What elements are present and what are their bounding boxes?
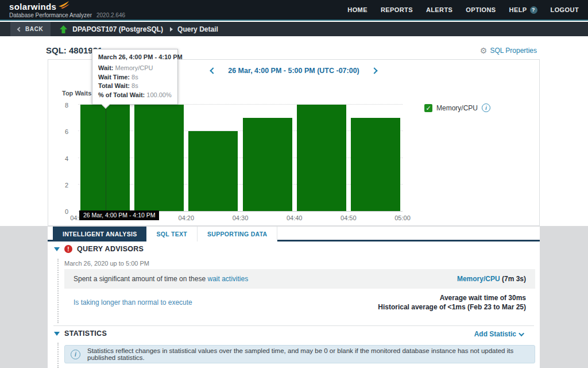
x-tick-04:40: 04:40 [287, 214, 303, 221]
legend-label: Memory/CPU [436, 104, 478, 112]
advisors-timeframe: March 26, 2020 up to 5:00 PM [64, 260, 149, 267]
wait-activities-link[interactable]: wait activities [207, 275, 248, 283]
gear-icon: ⚙ [480, 47, 488, 55]
y-axis-labels: 02468 [48, 105, 74, 212]
statistics-title: STATISTICS [64, 329, 107, 338]
x-tick-05:00: 05:00 [394, 214, 411, 221]
tooltip-row-label: % of Total Wait: [98, 91, 146, 98]
tab-supporting-data[interactable]: SUPPORTING DATA [198, 227, 277, 241]
add-statistic-label: Add Statistic [474, 330, 516, 338]
hover-crosshair-line [106, 98, 106, 212]
product-version: 2020.2.646 [96, 12, 125, 18]
analysis-card: INTELLIGENT ANALYSISSQL TEXTSUPPORTING D… [48, 227, 540, 368]
bar-4:40-4:50 PM[interactable] [297, 105, 346, 211]
tab-sql-text[interactable]: SQL TEXT [146, 227, 198, 241]
tooltip-row-label: Wait Time: [98, 74, 131, 80]
tooltip-row-value: 8s [131, 74, 138, 80]
tooltip-title: March 26, 4:00 PM - 4:10 PM [98, 53, 172, 60]
legend-info-icon[interactable]: i [482, 103, 490, 112]
legend-checkbox[interactable]: ✓ [424, 104, 432, 112]
advisor2-historical: Historical average of <1ms (Feb 23 to Ma… [378, 302, 526, 312]
breadcrumb-bar: BACK DPAPOST107 (PostgreSQL) Query Detai… [0, 22, 588, 36]
tooltip-row-label: Total Wait: [98, 82, 131, 89]
advisor2-average: Average wait time of 30ms [378, 293, 526, 302]
bar-chart-plot [78, 105, 403, 212]
tooltip-row-value: 100.00% [146, 91, 171, 98]
section-divider [53, 325, 534, 326]
x-tick-04:50: 04:50 [341, 214, 357, 221]
x-tick-04:30: 04:30 [233, 214, 249, 221]
chevron-left-icon [17, 26, 22, 31]
timeline-dotted-line [57, 259, 59, 323]
tab-intelligent-analysis[interactable]: INTELLIGENT ANALYSIS [53, 227, 146, 241]
next-period-button[interactable] [371, 67, 377, 74]
back-button[interactable]: BACK [10, 22, 51, 36]
y-tick-2: 2 [48, 182, 74, 189]
collapse-triangle-icon[interactable] [54, 247, 60, 251]
help-badge-icon: ? [530, 6, 537, 14]
tooltip-row: % of Total Wait: 100.00% [98, 91, 172, 100]
query-advisors-title: QUERY ADVISORS [77, 245, 144, 253]
query-advisors-header: ! QUERY ADVISORS [54, 245, 144, 253]
advisor1-text: Spent a significant amount of time on th… [74, 275, 207, 283]
nav-item-logout[interactable]: LOGOUT [551, 6, 579, 13]
tooltip-row-value: Memory/CPU [115, 64, 153, 71]
tooltip-row-label: Wait: [98, 64, 115, 71]
nav-item-options[interactable]: OPTIONS [466, 6, 496, 13]
top-bar: solarwinds Database Performance Analyzer… [0, 0, 588, 21]
tab-strip: INTELLIGENT ANALYSISSQL TEXTSUPPORTING D… [48, 227, 540, 241]
breadcrumb-page: Query Detail [177, 25, 218, 33]
nav-item-alerts[interactable]: ALERTS [426, 6, 452, 13]
date-range-label: 26 Mar, 4:00 PM - 5:00 PM (UTC -07:00) [228, 67, 359, 75]
tooltip-row: Wait Time: 8s [98, 73, 172, 82]
nav-item-home[interactable]: HOME [347, 6, 368, 13]
statistics-note: Statistics reflect changes in statistica… [87, 347, 529, 361]
add-statistic-button[interactable]: Add Statistic [474, 330, 524, 338]
bar-4:50-5:00 PM[interactable] [351, 118, 400, 211]
info-icon: i [71, 350, 80, 359]
brand: solarwinds Database Performance Analyzer… [0, 0, 125, 20]
bar-4:30-4:40 PM[interactable] [243, 118, 292, 211]
y-tick-8: 8 [48, 102, 74, 109]
x-tick-04:20: 04:20 [179, 214, 195, 221]
product-name: Database Performance Analyzer [9, 12, 92, 18]
advisor-row-longer-than-normal: Is taking longer than normal to execute … [64, 289, 535, 316]
tooltip-row: Wait: Memory/CPU [98, 64, 172, 73]
bar-4:20-4:30 PM[interactable] [188, 131, 238, 211]
solarwinds-logo: solarwinds [9, 2, 56, 11]
prev-period-button[interactable] [210, 67, 216, 74]
longer-than-normal-link[interactable]: Is taking longer than normal to execute [74, 298, 192, 306]
x-axis-tooltip: 26 Mar, 4:00 PM - 4:10 PM [79, 210, 159, 220]
statistics-header: STATISTICS [54, 329, 107, 338]
memory-cpu-link[interactable]: Memory/CPU [457, 275, 500, 283]
alert-icon: ! [64, 245, 72, 253]
tooltip-rows: Wait: Memory/CPUWait Time: 8sTotal Wait:… [98, 64, 172, 99]
statistics-info-box: i Statistics reflect changes in statisti… [64, 345, 535, 363]
bar-hover-tooltip: March 26, 4:00 PM - 4:10 PM Wait: Memory… [92, 49, 178, 105]
nav-item-help[interactable]: HELP? [509, 6, 537, 14]
collapse-triangle-icon[interactable] [54, 332, 60, 336]
solarwinds-flame-icon [57, 1, 70, 9]
back-label: BACK [25, 26, 43, 32]
y-tick-6: 6 [48, 128, 74, 135]
nav-item-reports[interactable]: REPORTS [381, 6, 413, 13]
chart-legend: ✓ Memory/CPU i [424, 103, 490, 112]
timeline-dotted-line [57, 343, 59, 368]
breadcrumb-instance[interactable]: DPAPOST107 (PostgreSQL) [72, 25, 163, 33]
tooltip-row-value: 8s [131, 82, 138, 89]
bar-4:10-4:20 PM[interactable] [134, 105, 184, 211]
chevron-down-icon [519, 331, 524, 336]
advisor1-duration: (7m 3s) [500, 275, 526, 283]
y-tick-4: 4 [48, 155, 74, 162]
sql-properties-button[interactable]: ⚙ SQL Properties [480, 47, 537, 55]
breadcrumb-separator-icon [170, 27, 173, 32]
sql-properties-label: SQL Properties [490, 47, 537, 55]
up-arrow-icon [60, 25, 67, 33]
top-nav: HOMEREPORTSALERTSOPTIONSHELP?LOGOUT [347, 0, 588, 20]
advisor-row-wait-activities: Spent a significant amount of time on th… [64, 269, 535, 289]
tooltip-row: Total Wait: 8s [98, 82, 172, 91]
